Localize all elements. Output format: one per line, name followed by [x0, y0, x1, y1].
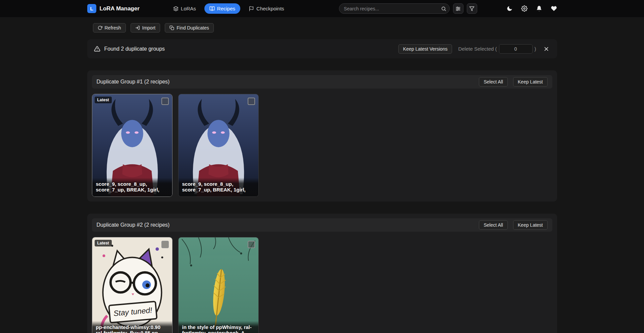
find-duplicates-label: Find Duplicates [177, 25, 209, 31]
tab-loras[interactable]: LoRAs [168, 3, 201, 14]
import-button[interactable]: Import [131, 23, 160, 33]
search-icon [441, 6, 446, 11]
gear-icon [521, 5, 528, 12]
find-duplicates-button[interactable]: Find Duplicates [165, 23, 214, 33]
delete-selected-label-prefix: Delete Selected ( [458, 46, 497, 52]
recipe-card[interactable]: Latest score_9, score_8_up, score_7_up, … [92, 94, 172, 197]
duplicate-group-panel-2: Duplicate Group #2 (2 recipes) Select Al… [87, 214, 557, 333]
recipe-card[interactable]: in the style of ppWhimsy, ral-frctlgmtry… [178, 237, 259, 333]
delete-selected-control[interactable]: Delete Selected ( ) [458, 44, 536, 54]
group-header: Duplicate Group #1 (2 recipes) Select Al… [92, 75, 552, 89]
app-logo[interactable]: L LoRA Manager [87, 4, 140, 13]
card-checkbox[interactable] [161, 98, 169, 105]
card-caption: score_9, score_8_up, score_7_up, BREAK, … [92, 178, 172, 197]
import-icon [135, 25, 140, 30]
card-caption: in the style of ppWhimsy, ral-frctlgmtry… [179, 321, 258, 333]
banner-actions: Keep Latest Versions Delete Selected ( ) [398, 44, 550, 54]
duplicate-group-panel-1: Duplicate Group #1 (2 recipes) Select Al… [87, 70, 557, 202]
theme-toggle-button[interactable] [506, 5, 513, 12]
notifications-button[interactable] [536, 5, 542, 12]
close-icon [544, 46, 549, 52]
layers-icon [173, 6, 179, 11]
recipe-image: Stay tuned! [92, 237, 172, 333]
keep-latest-button[interactable]: Keep Latest [513, 220, 548, 230]
group-title: Duplicate Group #1 (2 recipes) [97, 79, 170, 85]
duplicates-banner: Found 2 duplicate groups Keep Latest Ver… [87, 39, 557, 58]
tab-label: Checkpoints [256, 6, 284, 11]
cards-row: Stay tuned! Latest pp-enchanted-whimsy:0… [92, 237, 552, 333]
favorites-button[interactable] [551, 5, 557, 12]
delete-selected-label-suffix: ) [535, 46, 536, 52]
refresh-icon [98, 25, 102, 30]
copy-icon [169, 25, 174, 30]
search-input[interactable] [339, 3, 450, 14]
group-actions: Select All Keep Latest [479, 77, 547, 87]
settings-button[interactable] [521, 5, 528, 12]
group-header: Duplicate Group #2 (2 recipes) Select Al… [92, 218, 552, 232]
banner-message: Found 2 duplicate groups [104, 46, 165, 52]
top-icons [506, 5, 557, 12]
warning-icon [94, 46, 100, 52]
select-all-button[interactable]: Select All [479, 77, 508, 87]
moon-icon [506, 5, 513, 12]
logo-icon: L [87, 4, 96, 13]
latest-badge: Latest [95, 97, 112, 103]
tab-label: LoRAs [181, 6, 196, 11]
tab-checkpoints[interactable]: Checkpoints [244, 3, 289, 14]
group-title: Duplicate Group #2 (2 recipes) [97, 222, 170, 228]
tab-recipes[interactable]: Recipes [204, 3, 240, 14]
card-caption: score_9, score_8_up, score_7_up, BREAK, … [179, 178, 258, 197]
group-actions: Select All Keep Latest [479, 220, 547, 230]
cards-row: Latest score_9, score_8_up, score_7_up, … [92, 94, 552, 197]
recipe-card[interactable]: score_9, score_8_up, score_7_up, BREAK, … [178, 94, 259, 197]
bell-icon [536, 5, 542, 12]
card-checkbox[interactable] [161, 241, 169, 248]
import-label: Import [142, 25, 156, 31]
recipe-image [179, 237, 258, 333]
card-checkbox[interactable] [248, 241, 255, 248]
main-nav: LoRAs Recipes Checkpoints [168, 3, 289, 14]
keep-latest-button[interactable]: Keep Latest [513, 77, 548, 87]
flag-icon [249, 6, 254, 11]
search-button[interactable] [439, 4, 448, 13]
refresh-label: Refresh [105, 25, 121, 31]
card-caption: pp-enchanted-whimsy:0.90 ral-frctlgmtry_… [92, 321, 172, 333]
refresh-button[interactable]: Refresh [93, 23, 126, 33]
top-bar: L LoRA Manager LoRAs Recipes Checkpoints [0, 0, 644, 17]
filter-button[interactable] [467, 3, 477, 14]
book-icon [209, 6, 215, 11]
sliders-icon [455, 6, 461, 11]
funnel-icon [469, 6, 475, 11]
search-bar [339, 3, 450, 14]
sliders-button[interactable] [453, 3, 463, 14]
keep-latest-versions-button[interactable]: Keep Latest Versions [398, 44, 452, 54]
card-checkbox[interactable] [248, 98, 255, 105]
select-all-button[interactable]: Select All [479, 220, 508, 230]
banner-left: Found 2 duplicate groups [94, 46, 165, 52]
tab-label: Recipes [217, 6, 235, 11]
recipe-card[interactable]: Stay tuned! Latest pp-enchanted-whimsy:0… [92, 237, 172, 333]
logo-letter: L [90, 6, 93, 11]
delete-count-input[interactable] [499, 44, 533, 54]
heart-icon [551, 5, 557, 12]
app-title: LoRA Manager [100, 5, 140, 12]
latest-badge: Latest [95, 240, 112, 246]
main-content: Refresh Import Find Duplicates Found 2 d… [87, 23, 557, 333]
banner-close-button[interactable] [542, 45, 550, 53]
toolbar: Refresh Import Find Duplicates [87, 23, 557, 33]
